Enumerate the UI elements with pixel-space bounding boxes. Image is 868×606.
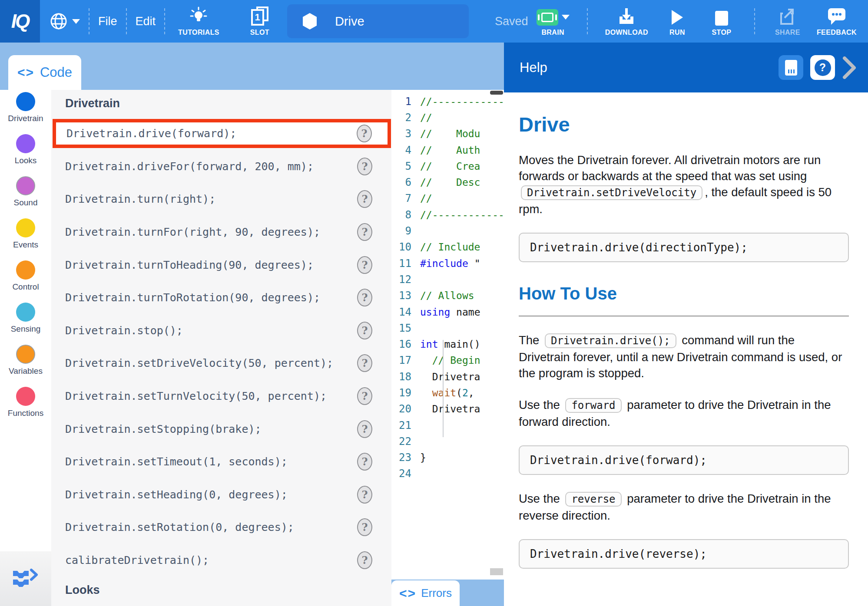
- sidebar-item-sensing[interactable]: Sensing: [11, 303, 41, 334]
- file-menu[interactable]: File: [98, 15, 117, 28]
- collapse-chevron-icon[interactable]: [842, 56, 857, 79]
- command-row[interactable]: Drivetrain.setRotation(0, degrees);?: [51, 511, 391, 544]
- command-text: Drivetrain.turnFor(right, 90, degrees);: [65, 226, 320, 238]
- toolbar-divider: [164, 8, 165, 34]
- line-number: 8: [391, 209, 420, 221]
- editor-scrollbar-end[interactable]: [490, 568, 503, 575]
- command-row[interactable]: Drivetrain.driveFor(forward, 200, mm);?: [51, 150, 391, 183]
- language-menu[interactable]: [50, 12, 80, 30]
- brain-device-icon: [785, 60, 797, 76]
- command-row[interactable]: Drivetrain.drive(forward);?: [53, 119, 391, 148]
- line-number: 23: [391, 451, 420, 464]
- command-help-button[interactable]: ?: [357, 518, 372, 536]
- brain-icon: [537, 9, 558, 26]
- editor-line: 16int main(): [391, 336, 504, 352]
- download-button[interactable]: DOWNLOAD: [605, 7, 648, 36]
- command-row[interactable]: Drivetrain.turnFor(right, 90, degrees);?: [51, 216, 391, 249]
- share-button[interactable]: SHARE: [772, 7, 803, 36]
- brain-button[interactable]: BRAIN: [537, 7, 570, 36]
- command-row[interactable]: Drivetrain.stop();?: [51, 314, 391, 347]
- edit-menu[interactable]: Edit: [136, 15, 156, 28]
- command-row[interactable]: Drivetrain.setHeading(0, degrees);?: [51, 478, 391, 511]
- sidebar-item-control[interactable]: Control: [12, 260, 39, 292]
- command-help-button[interactable]: ?: [357, 190, 372, 208]
- command-row[interactable]: Drivetrain.turnToRotation(90, degrees);?: [51, 281, 391, 314]
- command-row[interactable]: Drivetrain.setTurnVelocity(50, percent);…: [51, 380, 391, 413]
- toolbar-divider: [754, 8, 755, 34]
- command-help-button[interactable]: ?: [357, 289, 372, 306]
- tab-code[interactable]: <> Code: [8, 55, 81, 90]
- sound-category-dot: [16, 176, 35, 195]
- sidebar-item-sound[interactable]: Sound: [14, 176, 38, 207]
- category-label: Control: [12, 282, 39, 292]
- command-help-button[interactable]: ?: [357, 125, 372, 142]
- command-row[interactable]: Drivetrain.turn(right);?: [51, 183, 391, 216]
- sidebar-item-drivetrain[interactable]: Drivetrain: [8, 92, 43, 123]
- command-text: Drivetrain.turnToHeading(90, degrees);: [65, 259, 314, 271]
- sidebar-item-looks[interactable]: Looks: [15, 134, 37, 165]
- project-name-button[interactable]: Drive: [287, 4, 469, 38]
- command-help-button[interactable]: ?: [357, 223, 372, 241]
- line-number: 10: [391, 241, 420, 253]
- command-text: Drivetrain.setTimeout(1, seconds);: [65, 455, 288, 468]
- sidebar-item-functions[interactable]: Functions: [8, 387, 43, 418]
- tab-errors[interactable]: <> Errors: [391, 580, 460, 606]
- line-number: 24: [391, 468, 420, 480]
- command-help-button[interactable]: ?: [357, 387, 372, 405]
- command-row[interactable]: Drivetrain.setStopping(brake);?: [51, 412, 391, 445]
- command-row[interactable]: Drivetrain.setTimeout(1, seconds);?: [51, 445, 391, 478]
- line-code: int main(): [420, 339, 504, 350]
- command-text: Drivetrain.stop();: [65, 324, 183, 337]
- command-help-button[interactable]: ?: [357, 256, 372, 274]
- line-code: // Include: [420, 241, 504, 253]
- command-help-button[interactable]: ?: [357, 453, 372, 471]
- slot-icon: 1: [251, 7, 268, 26]
- command-row[interactable]: Drivetrain.turnToHeading(90, degrees);?: [51, 248, 391, 281]
- command-help-button[interactable]: ?: [357, 486, 372, 504]
- editor-line: 10// Include: [391, 239, 504, 255]
- help-device-button[interactable]: [779, 55, 803, 80]
- category-label: Variables: [9, 366, 43, 376]
- command-row[interactable]: Drivetrain.setDriveVelocity(50, percent)…: [51, 347, 391, 380]
- stop-button[interactable]: STOP: [706, 7, 737, 36]
- convert-blocks-button[interactable]: [0, 551, 51, 606]
- line-code: //--------------------: [420, 209, 504, 221]
- functions-category-dot: [16, 387, 35, 406]
- inline-code: Drivetrain.setDriveVelocity: [521, 185, 702, 200]
- line-number: 4: [391, 144, 420, 156]
- code-editor[interactable]: 1//--------------------2//3// Modu4// Au…: [391, 90, 504, 580]
- feedback-button[interactable]: FEEDBACK: [817, 7, 857, 36]
- help-para: The Drivetrain.drive(); command will run…: [519, 332, 849, 381]
- run-button[interactable]: RUN: [662, 7, 692, 36]
- tutorials-button[interactable]: TUTORIALS: [178, 7, 219, 36]
- brain-caret-icon: [562, 15, 570, 20]
- line-number: 6: [391, 176, 420, 188]
- category-label: Looks: [15, 156, 37, 165]
- help-toggle-button[interactable]: ?: [810, 55, 835, 80]
- command-help-button[interactable]: ?: [357, 158, 372, 175]
- command-help-button[interactable]: ?: [357, 354, 372, 372]
- editor-line: 22: [391, 433, 504, 449]
- editor-line: 17 // Begin: [391, 352, 504, 369]
- slot-label: SLOT: [250, 29, 269, 36]
- editor-scrollbar-thumb[interactable]: [490, 91, 503, 95]
- line-number: 16: [391, 338, 420, 350]
- editor-line: 9: [391, 223, 504, 239]
- sidebar-item-variables[interactable]: Variables: [9, 345, 43, 376]
- help-content: Drive Moves the Drivetrain forever. All …: [504, 92, 868, 569]
- code-block-forward: Drivetrain.drive(forward);: [519, 445, 849, 475]
- command-row[interactable]: calibrateDrivetrain();?: [51, 544, 391, 577]
- command-help-button[interactable]: ?: [357, 420, 372, 438]
- command-list-panel: Drivetrain Drivetrain.drive(forward);?Dr…: [51, 90, 391, 606]
- command-text: Drivetrain.turn(right);: [65, 193, 215, 205]
- command-text: Drivetrain.setHeading(0, degrees);: [65, 488, 288, 501]
- editor-line: 21: [391, 417, 504, 433]
- share-icon: [779, 7, 797, 26]
- toolbar-divider: [126, 8, 127, 34]
- sidebar-item-events[interactable]: Events: [13, 218, 38, 250]
- how-to-use-heading: How To Use: [519, 284, 849, 303]
- command-help-button[interactable]: ?: [357, 551, 372, 569]
- command-help-button[interactable]: ?: [357, 322, 372, 339]
- line-number: 9: [391, 225, 420, 237]
- slot-button[interactable]: 1 SLOT: [245, 7, 275, 36]
